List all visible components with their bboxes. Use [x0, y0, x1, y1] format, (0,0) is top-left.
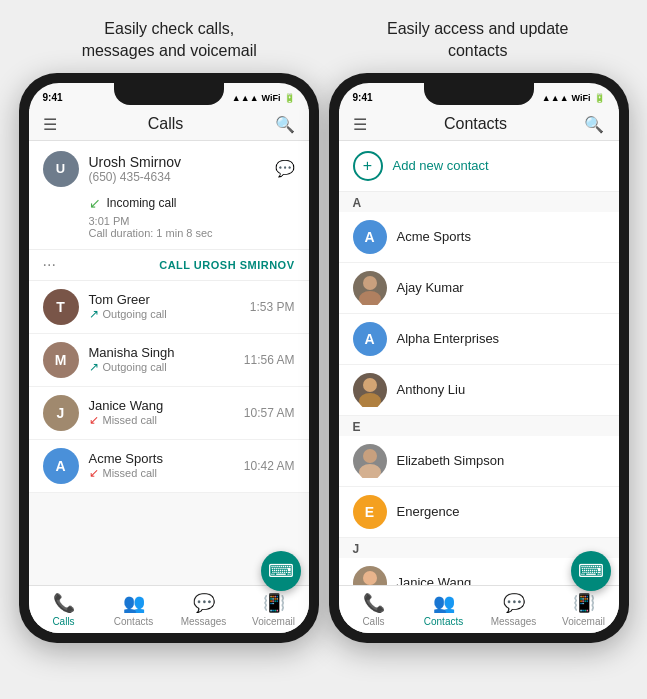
- contact-elizabeth[interactable]: Elizabeth Simpson: [339, 436, 619, 487]
- call-type-2: Missed call: [103, 414, 157, 426]
- messages-tab-label-calls: Messages: [181, 616, 227, 627]
- contact-energence[interactable]: E Energence: [339, 487, 619, 538]
- calls-list: U Urosh Smirnov (650) 435-4634 💬 ↙ Incom…: [29, 141, 309, 585]
- hamburger-icon[interactable]: ☰: [43, 115, 57, 134]
- avatar-elizabeth: [353, 444, 387, 478]
- tab-messages-calls[interactable]: 💬 Messages: [169, 590, 239, 629]
- featured-call-type: Incoming call: [107, 196, 177, 210]
- tab-voicemail-calls[interactable]: 📳 Voicemail: [239, 590, 309, 629]
- svg-point-5: [359, 464, 381, 478]
- contact-name-elizabeth: Elizabeth Simpson: [397, 453, 505, 468]
- search-icon-contacts[interactable]: 🔍: [584, 115, 604, 134]
- voicemail-tab-icon-calls: 📳: [263, 592, 285, 614]
- featured-call-item[interactable]: U Urosh Smirnov (650) 435-4634 💬 ↙ Incom…: [29, 141, 309, 250]
- call-time-2: 10:57 AM: [244, 406, 295, 420]
- headline-calls: Easily check calls, messages and voicema…: [20, 18, 319, 63]
- voicemail-tab-icon-contacts: 📳: [573, 592, 595, 614]
- call-name-2: Janice Wang: [89, 398, 234, 413]
- outgoing-icon-0: ↗: [89, 307, 99, 321]
- call-item-2[interactable]: J Janice Wang ↙ Missed call 10:57 AM: [29, 387, 309, 440]
- messages-tab-icon-contacts: 💬: [503, 592, 525, 614]
- avatar-alpha: A: [353, 322, 387, 356]
- search-icon-calls[interactable]: 🔍: [275, 115, 295, 134]
- calls-tab-label-contacts: Calls: [362, 616, 384, 627]
- contacts-bottom-tabs: 📞 Calls 👥 Contacts 💬 Messages 📳 Voicemai…: [339, 585, 619, 633]
- calls-fab[interactable]: ⌨: [261, 551, 301, 591]
- voicemail-tab-label-contacts: Voicemail: [562, 616, 605, 627]
- contact-name-ajay: Ajay Kumar: [397, 280, 464, 295]
- avatar-anthony: [353, 373, 387, 407]
- call-action-button[interactable]: CALL UROSH SMIRNOV: [159, 259, 294, 271]
- tab-calls-contacts[interactable]: 📞 Calls: [339, 590, 409, 629]
- outgoing-icon-1: ↗: [89, 360, 99, 374]
- tab-contacts-calls[interactable]: 👥 Contacts: [99, 590, 169, 629]
- status-time-contacts: 9:41: [353, 92, 373, 103]
- call-time-1: 11:56 AM: [244, 353, 295, 367]
- calls-phone: 9:41 ▲▲▲ WiFi 🔋 ☰ Calls 🔍: [19, 73, 319, 643]
- svg-point-3: [359, 393, 381, 407]
- tab-voicemail-contacts[interactable]: 📳 Voicemail: [549, 590, 619, 629]
- call-item-0[interactable]: T Tom Greer ↗ Outgoing call 1:53 PM: [29, 281, 309, 334]
- calls-nav-title: Calls: [148, 115, 184, 133]
- notch-contacts: [424, 83, 534, 105]
- call-time-3: 10:42 AM: [244, 459, 295, 473]
- call-name-3: Acme Sports: [89, 451, 234, 466]
- contact-anthony[interactable]: Anthony Liu: [339, 365, 619, 416]
- phones-row: 9:41 ▲▲▲ WiFi 🔋 ☰ Calls 🔍: [0, 73, 647, 699]
- missed-icon-2: ↙: [89, 413, 99, 427]
- svg-point-2: [363, 378, 377, 392]
- tab-contacts-contacts[interactable]: 👥 Contacts: [409, 590, 479, 629]
- notch-calls: [114, 83, 224, 105]
- contacts-fab[interactable]: ⌨: [571, 551, 611, 591]
- contacts-phone: 9:41 ▲▲▲ WiFi 🔋 ☰ Contacts 🔍: [329, 73, 629, 643]
- calls-tab-icon: 📞: [53, 592, 75, 614]
- call-type-0: Outgoing call: [103, 308, 167, 320]
- call-type-1: Outgoing call: [103, 361, 167, 373]
- avatar-manisha: M: [43, 342, 79, 378]
- contact-acme-sports[interactable]: A Acme Sports: [339, 212, 619, 263]
- featured-number: (650) 435-4634: [89, 170, 182, 184]
- more-options-icon[interactable]: ···: [43, 256, 56, 274]
- tab-calls[interactable]: 📞 Calls: [29, 590, 99, 629]
- featured-call-time: 3:01 PM: [43, 215, 295, 227]
- svg-point-0: [363, 276, 377, 290]
- avatar-janice-contact: [353, 566, 387, 585]
- avatar-energence: E: [353, 495, 387, 529]
- headline-contacts: Easily access and update contacts: [329, 18, 628, 63]
- messages-tab-label-contacts: Messages: [491, 616, 537, 627]
- section-a: A: [339, 192, 619, 212]
- call-type-3: Missed call: [103, 467, 157, 479]
- contact-ajay[interactable]: Ajay Kumar: [339, 263, 619, 314]
- avatar-janice: J: [43, 395, 79, 431]
- contacts-nav-title: Contacts: [444, 115, 507, 133]
- contact-name-alpha: Alpha Enterprises: [397, 331, 500, 346]
- status-icons-contacts: ▲▲▲ WiFi 🔋: [542, 93, 605, 103]
- add-contact-row[interactable]: + Add new contact: [339, 141, 619, 192]
- calls-nav-bar: ☰ Calls 🔍: [29, 109, 309, 141]
- contact-name-anthony: Anthony Liu: [397, 382, 466, 397]
- contacts-tab-icon-calls: 👥: [123, 592, 145, 614]
- section-e: E: [339, 416, 619, 436]
- calls-tab-label: Calls: [52, 616, 74, 627]
- featured-call-duration: Call duration: 1 min 8 sec: [43, 227, 295, 239]
- contacts-tab-label-contacts: Contacts: [424, 616, 463, 627]
- contact-alpha[interactable]: A Alpha Enterprises: [339, 314, 619, 365]
- tab-messages-contacts[interactable]: 💬 Messages: [479, 590, 549, 629]
- contacts-tab-label-calls: Contacts: [114, 616, 153, 627]
- hamburger-icon-contacts[interactable]: ☰: [353, 115, 367, 134]
- calls-bottom-tabs: 📞 Calls 👥 Contacts 💬 Messages 📳 Voicemai…: [29, 585, 309, 633]
- call-item-3[interactable]: A Acme Sports ↙ Missed call 10:42 AM: [29, 440, 309, 493]
- action-row: ··· CALL UROSH SMIRNOV: [29, 250, 309, 281]
- call-name-1: Manisha Singh: [89, 345, 234, 360]
- avatar-tom: T: [43, 289, 79, 325]
- call-item-1[interactable]: M Manisha Singh ↗ Outgoing call 11:56 AM: [29, 334, 309, 387]
- missed-icon-3: ↙: [89, 466, 99, 480]
- contacts-nav-bar: ☰ Contacts 🔍: [339, 109, 619, 141]
- add-contact-icon: +: [353, 151, 383, 181]
- svg-point-6: [363, 571, 377, 585]
- contact-name-acme: Acme Sports: [397, 229, 471, 244]
- featured-name: Urosh Smirnov: [89, 154, 182, 170]
- status-time-calls: 9:41: [43, 92, 63, 103]
- featured-avatar: U: [43, 151, 79, 187]
- chat-icon[interactable]: 💬: [275, 159, 295, 178]
